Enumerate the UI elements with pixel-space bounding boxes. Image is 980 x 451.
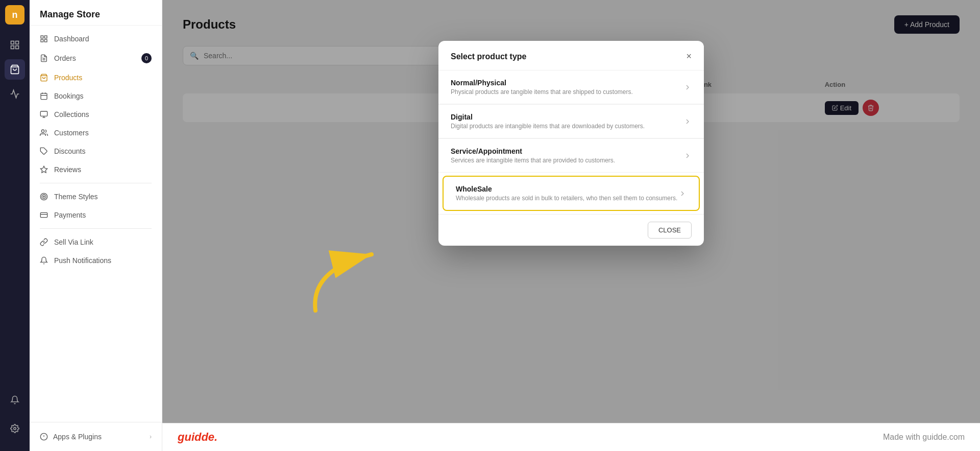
sidebar-header: Manage Store [30,0,162,26]
product-type-service[interactable]: Service/Appointment Services are intangi… [438,139,704,173]
sidebar-footer: Apps & Plugins › [30,422,162,451]
sidebar-item-label: Sell Via Link [54,238,93,246]
svg-rect-17 [40,111,47,116]
guidde-logo: guidde. [178,431,217,444]
bookings-icon [40,92,48,100]
bottom-bar: guidde. Made with guidde.com [162,423,980,451]
sidebar-item-label: Collections [54,110,89,118]
orders-badge: 0 [141,53,152,63]
modal-close-button[interactable]: × [686,51,692,62]
discounts-icon [40,147,48,155]
sidebar-item-collections[interactable]: Collections [30,105,162,124]
svg-rect-3 [16,46,19,49]
orders-icon [40,54,48,62]
product-type-info: Digital Digital products are intangible … [451,113,645,130]
sidebar-item-label: Dashboard [54,35,89,43]
sidebar-item-label: Products [54,74,82,82]
svg-marker-22 [40,166,47,173]
sidebar-item-discounts[interactable]: Discounts [30,142,162,160]
collections-icon [40,110,48,118]
sidebar-item-push-notifications[interactable]: Push Notifications [30,251,162,270]
main-content: Products + Add Product 🔍 ▼ All ⇅ By Name… [162,0,980,451]
theme-icon [40,193,48,201]
sidebar-item-label: Push Notifications [54,256,111,265]
svg-point-25 [43,196,45,198]
product-type-normal[interactable]: Normal/Physical Physical products are ta… [438,70,704,104]
modal-title: Select product type [451,52,526,61]
product-type-name: Normal/Physical [451,79,633,87]
product-type-name: WholeSale [456,185,677,193]
chevron-right-icon [683,83,692,91]
svg-point-20 [41,130,44,132]
main-sidebar: Manage Store Dashboard Orders 0 Products… [30,0,162,451]
sidebar-divider-2 [40,228,152,229]
chevron-right-icon [678,189,687,198]
sidebar-item-customers[interactable]: Customers [30,124,162,142]
svg-rect-1 [16,41,19,44]
products-icon [40,74,48,82]
modal-footer: CLOSE [438,214,704,246]
svg-rect-7 [44,36,47,38]
sidebar-item-payments[interactable]: Payments [30,206,162,224]
sidebar-item-sell-via-link[interactable]: Sell Via Link [30,233,162,251]
product-type-desc: Wholesale products are sold in bulk to r… [456,195,677,202]
product-type-name: Service/Appointment [451,147,615,155]
content-area: Products + Add Product 🔍 ▼ All ⇅ By Name… [162,0,980,423]
product-type-digital[interactable]: Digital Digital products are intangible … [438,105,704,138]
sidebar-nav: Dashboard Orders 0 Products Bookings Col… [30,26,162,422]
svg-rect-13 [41,93,47,100]
product-type-info: WholeSale Wholesale products are sold in… [456,185,677,202]
notifications-icon [40,256,48,265]
sidebar-item-label: Reviews [54,165,81,174]
svg-point-5 [14,428,16,430]
dashboard-icon [40,35,48,43]
sidebar-item-label: Payments [54,211,86,219]
product-type-desc: Digital products are intangible items th… [451,123,645,130]
icon-sidebar: n [0,0,30,451]
sidebar-item-label: Customers [54,129,89,137]
product-type-info: Normal/Physical Physical products are ta… [451,79,633,96]
product-type-desc: Physical products are tangible items tha… [451,88,633,96]
sidebar-item-products[interactable]: Products [30,68,162,87]
modal-close-footer-button[interactable]: CLOSE [648,222,692,239]
sidebar-item-dashboard[interactable]: Dashboard [30,30,162,48]
sidebar-item-bookings[interactable]: Bookings [30,87,162,105]
sidebar-item-label: Discounts [54,147,85,155]
svg-rect-9 [41,39,43,42]
svg-rect-2 [11,46,14,49]
chevron-right-icon: › [150,433,152,440]
sidebar-item-reviews[interactable]: Reviews [30,160,162,179]
sidebar-divider-1 [40,183,152,183]
modal-overlay[interactable]: Select product type × Normal/Physical Ph… [162,0,980,423]
svg-rect-6 [41,36,43,38]
svg-rect-26 [40,212,47,217]
svg-point-24 [42,195,46,199]
svg-rect-0 [11,41,14,44]
app-logo[interactable]: n [5,5,24,25]
apps-icon [40,433,48,441]
modal-header: Select product type × [438,41,704,70]
svg-rect-8 [44,39,47,42]
link-icon [40,238,48,246]
chevron-right-icon [683,152,692,160]
apps-plugins-item[interactable]: Apps & Plugins › [40,429,152,445]
products-nav-icon[interactable] [5,59,25,80]
bell-icon[interactable] [5,390,25,410]
sidebar-item-theme-styles[interactable]: Theme Styles [30,187,162,206]
product-type-wholesale[interactable]: WholeSale Wholesale products are sold in… [443,176,700,211]
chevron-right-icon [683,117,692,126]
made-with-text: Made with guidde.com [883,433,965,442]
settings-icon[interactable] [5,418,25,439]
sidebar-item-label: Bookings [54,92,84,100]
arrow-annotation [295,229,407,321]
reviews-icon [40,165,48,174]
product-type-name: Digital [451,113,645,121]
modal-body: Normal/Physical Physical products are ta… [438,70,704,214]
analytics-nav-icon[interactable] [5,84,25,104]
payments-icon [40,211,48,219]
customers-icon [40,129,48,137]
sidebar-item-orders[interactable]: Orders 0 [30,48,162,68]
sidebar-item-label: Orders [54,54,76,62]
store-nav-icon[interactable] [5,35,25,55]
product-type-info: Service/Appointment Services are intangi… [451,147,615,164]
